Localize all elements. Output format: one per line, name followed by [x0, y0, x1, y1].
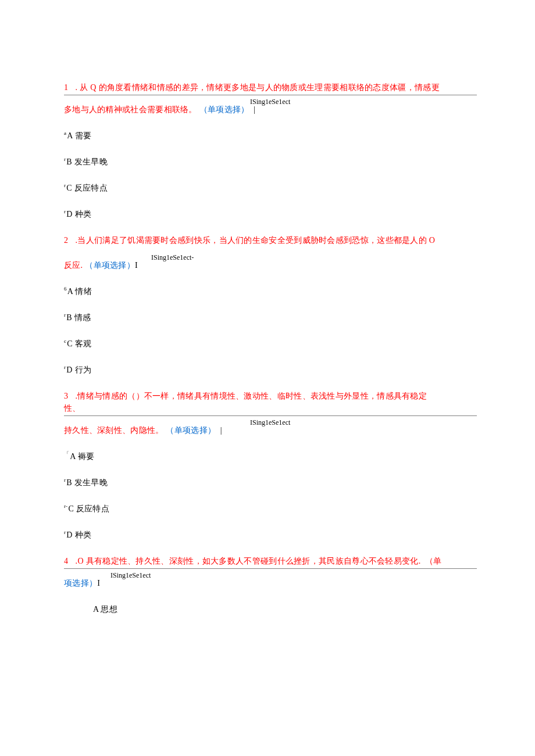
q4-stem-text1: O 具有稳定性、持久性、深刻性，如大多数人不管碰到什么挫折，其民族自尊心不会轻易…: [77, 557, 420, 565]
q1-stem-line1: 1 . 从 Q 的角度看情绪和情感的差异，情绪更多地是与人的物质或生理需要相联络…: [64, 81, 477, 94]
q3-b-text: B 发生早晚: [66, 478, 108, 487]
q1-stem-text2: 多地与人的精神或社会需要相联络。: [64, 105, 197, 114]
q2-c-prefix: c: [64, 338, 66, 344]
q1-stem-text1: 从 Q 的角度看情绪和情感的差异，情绪更多地是与人的物质或生理需要相联络的态度体…: [80, 83, 440, 92]
q2-option-b[interactable]: rB 情感: [64, 311, 477, 324]
q1-number: 1: [64, 81, 71, 94]
q3-stem-line1: 3 .情绪与情感的（）不一样，情绪具有情境性、激动性、临时性、表浅性与外显性，情…: [64, 390, 477, 414]
q2-option-a[interactable]: 6A 情绪: [64, 285, 477, 298]
q3-c-prefix: r-: [64, 503, 67, 509]
q1-option-b[interactable]: rB 发生早晚: [64, 156, 477, 168]
q4-stem-line1: 4 .O 具有稳定性、持久性、深刻性，如大多数人不管碰到什么挫折，其民族自尊心不…: [64, 555, 477, 567]
q3-d-text: D 种类: [66, 531, 91, 539]
q1-option-a[interactable]: aA 需要: [64, 130, 477, 142]
q4-tag-wrap: ISing1eSe1ect: [64, 570, 477, 578]
q3-option-d[interactable]: rD 种类: [64, 529, 477, 541]
q2-number: 2: [64, 234, 71, 246]
q3-bar: |: [220, 426, 222, 435]
q2-d-prefix: r: [64, 364, 66, 370]
q3-number: 3: [64, 390, 71, 402]
q1-option-c[interactable]: rC 反应特点: [64, 182, 477, 194]
q1-a-prefix: a: [64, 130, 66, 136]
q2-d-text: D 行为: [66, 366, 91, 374]
document-page: 1 . 从 Q 的角度看情绪和情感的差异，情绪更多地是与人的物质或生理需要相联络…: [0, 0, 535, 756]
q3-option-a[interactable]: 「A 褥要: [64, 450, 477, 463]
question-3: 3 .情绪与情感的（）不一样，情绪具有情境性、激动性、临时性、表浅性与外显性，情…: [64, 390, 477, 541]
q1-c-text: C 反应特点: [66, 184, 108, 192]
q3-rule: [64, 415, 477, 416]
question-4: 4 .O 具有稳定性、持久性、深刻性，如大多数人不管碰到什么挫折，其民族自尊心不…: [64, 555, 477, 615]
q1-tag: ISing1eSe1ect: [250, 96, 290, 107]
q3-d-prefix: r: [64, 529, 66, 535]
q1-c-prefix: r: [64, 182, 66, 188]
question-2: 2 .当人们满足了饥渴需要时会感到快乐，当人们的生命安全受到威胁时会感到恐惊，这…: [64, 234, 477, 376]
q4-option-a[interactable]: A 思想: [64, 603, 477, 615]
q1-a-text: A 需要: [67, 131, 91, 140]
q2-tag-wrap: ISing1eSe1ect-: [64, 252, 477, 260]
q4-a-text: A 思想: [93, 605, 117, 614]
q3-a-prefix: 「: [64, 451, 69, 457]
q2-tag: ISing1eSe1ect-: [151, 252, 194, 263]
q2-stem-text1: 当人们满足了饥渴需要时会感到快乐，当人们的生命安全受到威胁时会感到恐惊，这些都是…: [77, 236, 435, 245]
q1-b-text: B 发生早晚: [66, 157, 108, 166]
q3-tag: ISing1eSe1ect: [250, 417, 290, 428]
q2-c-text: C 客观: [67, 339, 91, 348]
q4-tag: ISing1eSe1ect: [110, 570, 151, 581]
q3-stem-text2: 持久性、深刻性、内隐性。: [64, 426, 164, 435]
q1-dot: .: [76, 83, 78, 92]
q2-b-text: B 情感: [66, 313, 91, 322]
q3-tag-wrap: ISing1eSe1ect: [64, 417, 477, 425]
q1-d-text: D 种类: [66, 210, 91, 218]
q4-stem-end: （单: [425, 557, 442, 565]
q2-option-c[interactable]: cC 客观: [64, 338, 477, 350]
q2-a-text: A 情绪: [67, 287, 92, 296]
q2-stem-line2: 反应. （单项选择）I: [64, 259, 477, 271]
q2-a-prefix: 6: [64, 286, 67, 292]
q2-option-d[interactable]: rD 行为: [64, 364, 477, 376]
q1-option-d[interactable]: rD 种类: [64, 208, 477, 220]
q2-b-prefix: r: [64, 312, 66, 318]
q4-choice-type: 项选择）: [64, 579, 97, 587]
q3-c-text: C 反应特点: [68, 504, 109, 513]
q4-rule: [64, 568, 477, 569]
q4-number: 4: [64, 555, 71, 567]
q3-b-prefix: r: [64, 477, 66, 483]
q3-choice-type: （单项选择）: [166, 426, 216, 435]
q2-bar: I: [135, 261, 138, 270]
q1-b-prefix: r: [64, 156, 66, 162]
q3-a-text: A 褥要: [70, 452, 94, 461]
q2-stem-line1: 2 .当人们满足了饥渴需要时会感到快乐，当人们的生命安全受到威胁时会感到恐惊，这…: [64, 234, 477, 246]
q2-stem-text2: 反应.: [64, 261, 83, 270]
q3-stem-text1a: 情绪与情感的（）不一样，情绪具有情境性、激动性、临时性、表浅性与外显性，情感具有…: [77, 392, 427, 400]
q1-d-prefix: r: [64, 209, 66, 214]
q1-tag-wrap: ISing1eSe1ect: [64, 96, 477, 105]
q1-rule: [64, 95, 477, 95]
q1-choice-type: （单项选择）: [199, 105, 249, 114]
q4-bar: I: [97, 579, 100, 587]
q3-option-c[interactable]: r-C 反应特点: [64, 503, 477, 515]
q3-stem-text1b: 性、: [64, 404, 81, 413]
q2-choice-type: （单项选择）: [85, 261, 135, 270]
q3-option-b[interactable]: rB 发生早晚: [64, 476, 477, 489]
question-1: 1 . 从 Q 的角度看情绪和情感的差异，情绪更多地是与人的物质或生理需要相联络…: [64, 81, 477, 220]
